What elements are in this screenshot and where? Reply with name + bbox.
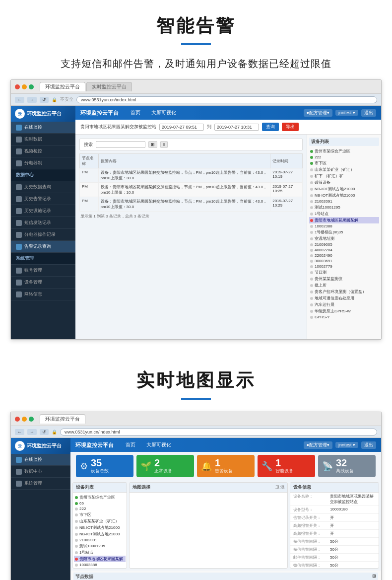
sensor-expand[interactable]: ⊞ — [372, 574, 376, 580]
tree-item[interactable]: 贵客户拉环境显测（偏置盘） — [309, 289, 379, 295]
tree-item[interactable]: 华能反应主GPRS-W — [309, 308, 379, 314]
tree-item[interactable]: GPRS-Y — [309, 314, 379, 320]
browser-tab2[interactable]: 实时监控云平台 — [86, 82, 132, 91]
tree-item[interactable]: 碳筛设备 — [309, 179, 379, 186]
tree2-item[interactable]: NB-IOT测试占地21000 — [74, 531, 126, 537]
topnav-visual2[interactable]: 大屏可视化 — [142, 440, 175, 449]
back-button2[interactable]: ← — [15, 429, 24, 435]
refresh-button[interactable]: ↺ — [40, 97, 49, 103]
topnav-user[interactable]: jnntest ▾ — [335, 110, 358, 116]
browser-tab1[interactable]: 环境监控云平台 — [40, 82, 85, 91]
sidebar-item-alarm-query[interactable]: 告警记录查询 — [11, 241, 75, 253]
tree2-item[interactable]: 66 — [74, 501, 126, 506]
tree2-item[interactable]: 贵阳市地域区花果园某解 — [74, 556, 126, 562]
tree-item[interactable]: 222 — [309, 154, 379, 160]
tree-item[interactable]: 矿下 （矿汇）矿 — [309, 173, 379, 179]
tree-item[interactable]: 21009005 — [309, 242, 379, 247]
tree-item[interactable]: 市下区 — [309, 160, 379, 166]
section1-title-area: 智能告警 — [0, 0, 392, 57]
tree2-item[interactable]: 222 — [74, 506, 126, 511]
tree2-item[interactable]: 山东某某矿业（矿汇） — [74, 518, 126, 524]
logo-text2: 环境监控云平台 — [27, 442, 62, 449]
alert-table: 节点名称 报警内容 记录时间 PM设备：贵阳市地域区花果园某解交加被监控站，节点… — [79, 153, 303, 212]
tree-item[interactable]: 贵阳市地域区花果园某解 — [309, 217, 379, 223]
app-topnav1: 环境监控云平台 首页 大屏可视化 ●配方管理▾ jnntest ▾ 退出 — [75, 106, 381, 120]
topnav-logout2[interactable]: 退出 — [361, 441, 376, 449]
tree2-item[interactable]: 10003388 — [74, 562, 126, 568]
tree-item[interactable]: 室温地址测 — [309, 235, 379, 242]
sidebar-section-sys: 系统管理 — [11, 253, 75, 265]
topnav-config[interactable]: ●配方管理▾ — [304, 109, 332, 117]
tree-item[interactable]: NB-IOT测试占地21000 — [309, 192, 379, 199]
tree-item[interactable]: 10002779 — [309, 264, 379, 269]
tree2-item[interactable]: 市下区 — [74, 511, 126, 518]
map-controls-text: 卫 混 — [275, 485, 284, 490]
stat-info: 1 告警设备 — [215, 458, 251, 474]
forward-button[interactable]: → — [27, 97, 37, 103]
address-url2[interactable]: www.0531yun.cn/index.html — [60, 429, 377, 435]
detail-high-reset-row: 高频报警开关： 开 — [290, 530, 379, 538]
sidebar-item-history[interactable]: 历史数据查询 — [11, 181, 75, 193]
app-main1: 环境监控云平台 首页 大屏可视化 ●配方管理▾ jnntest ▾ 退出 贵阳市… — [75, 106, 381, 339]
sidebar-item-device-mgmt[interactable]: 设备管理 — [11, 277, 75, 289]
topnav-home[interactable]: 首页 — [127, 108, 144, 117]
browser-dot-red2 — [15, 417, 20, 422]
topnav-logout[interactable]: 退出 — [361, 109, 376, 117]
tree-item[interactable]: 40002204 — [309, 247, 379, 253]
topnav-home2[interactable]: 首页 — [122, 440, 139, 449]
forward-button2[interactable]: → — [27, 429, 37, 435]
sidebar2-item-sysmgmt[interactable]: 系统管理 — [11, 478, 70, 490]
search-button[interactable]: 查询 — [262, 123, 279, 131]
sidebar-item-online[interactable]: 在线监控 — [11, 122, 75, 134]
address-url1[interactable]: www.0531yun.cn/index.html — [76, 96, 377, 103]
date-to-input[interactable] — [214, 124, 259, 131]
tree-item[interactable]: 贵州市某综合产业区 — [309, 148, 379, 154]
sidebar-item-sms[interactable]: 短信发送记录 — [11, 217, 75, 229]
topnav-config2[interactable]: ●配方管理▾ — [304, 441, 332, 449]
detail-title: 设备信息 — [293, 484, 311, 491]
date-from-input[interactable] — [159, 124, 204, 131]
sidebar-item-video[interactable]: 视频检控 — [11, 145, 75, 157]
tree-item[interactable]: 地域可通信度右处应用 — [309, 295, 379, 301]
stat-label: 设备总数 — [91, 468, 130, 474]
tree-item[interactable]: 测试10001295 — [309, 204, 379, 211]
topnav-user2[interactable]: jnntest ▾ — [335, 442, 358, 448]
sidebar-item-ops[interactable]: 分电器操作记录 — [11, 229, 75, 241]
list-icon-btn[interactable]: ≡ — [160, 141, 168, 148]
export-button[interactable]: 导出 — [282, 123, 299, 131]
tree-item[interactable]: 汽车运行展 — [309, 301, 379, 308]
tree-item[interactable]: 1号站点 — [309, 211, 379, 217]
tree2-item[interactable]: 21002091 — [74, 537, 126, 543]
grid-icon-btn[interactable]: ⊞ — [148, 141, 157, 148]
tree2-item[interactable]: 1号站点 — [74, 549, 126, 556]
sidebar-item-facility[interactable]: 历史设施记录 — [11, 205, 75, 217]
tree-item[interactable]: 1号楼榻位(m)35 — [309, 229, 379, 235]
tree2-item[interactable]: 贵州市某综合产业区 — [74, 494, 126, 501]
tree-item[interactable]: 21002091 — [309, 199, 379, 204]
sidebar-item-electric[interactable]: 分电器制 — [11, 157, 75, 169]
tree-item[interactable]: 批上所 — [309, 282, 379, 289]
browser-tab2-1[interactable]: 环境监控云平台 — [40, 414, 85, 424]
topnav-visual[interactable]: 大屏可视化 — [147, 108, 180, 117]
search-input[interactable] — [96, 141, 145, 148]
tree-item[interactable]: 22002490 — [309, 253, 379, 258]
sidebar-item-network[interactable]: 网络信息 — [11, 289, 75, 300]
sidebar-item-realtime[interactable]: 实时数据 — [11, 134, 75, 145]
tree-item[interactable]: 贵州某某监测仪 — [309, 276, 379, 282]
sidebar2-item-online[interactable]: 在线监控 — [11, 454, 70, 466]
tree-item[interactable]: 30003691 — [309, 258, 379, 264]
tree2-item[interactable]: NB-IOT测试占地21000 — [74, 524, 126, 531]
sidebar2-item-datacenter[interactable]: 数据中心 — [11, 466, 70, 478]
refresh-button2[interactable]: ↺ — [40, 429, 49, 435]
tree-item[interactable]: 节日测 — [309, 269, 379, 276]
cell-node-2: PM — [80, 197, 99, 212]
sidebar-item-alarm-history[interactable]: 历史告警记录 — [11, 193, 75, 205]
tree-item[interactable]: 山东某某矿业（矿汇） — [309, 166, 379, 173]
tree-item[interactable]: 10002388 — [309, 223, 379, 229]
back-button[interactable]: ← — [15, 97, 24, 103]
tree-item[interactable]: NB-IOT测试占地21000 — [309, 186, 379, 192]
detail-high-alarm-label: 高频报警开关： — [293, 523, 328, 528]
sidebar-item-account[interactable]: 账号管理 — [11, 265, 75, 277]
tree2-item[interactable]: 测试10001295 — [74, 543, 126, 549]
cell-node-1: PM — [80, 183, 99, 197]
